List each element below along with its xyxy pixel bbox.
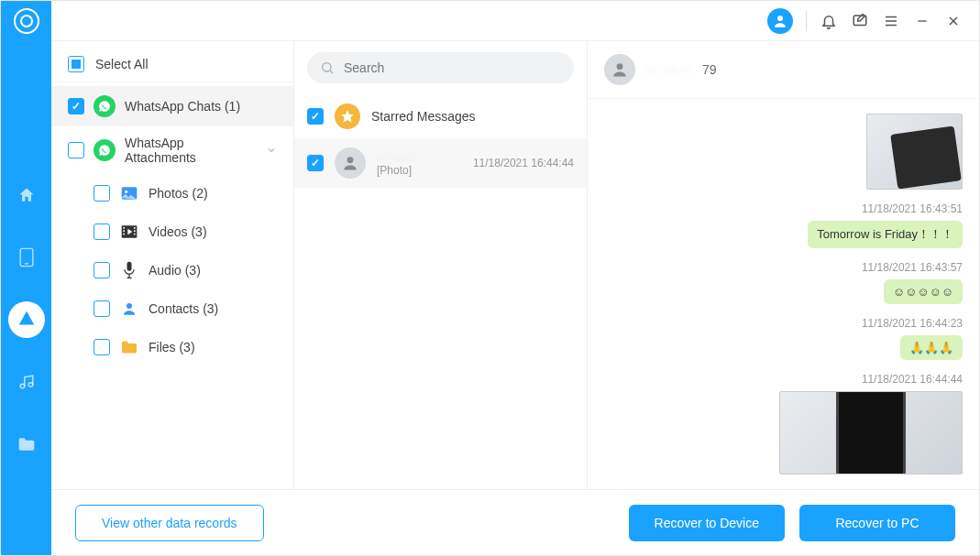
- whatsapp-attachments-checkbox[interactable]: [68, 142, 84, 158]
- left-nav-rail: [1, 1, 51, 555]
- chat-bubble: 🙏🙏🙏: [900, 335, 963, 360]
- select-all-row[interactable]: Select All: [51, 47, 293, 82]
- sidebar-item-audio[interactable]: Audio (3): [51, 251, 293, 289]
- sidebar-item-photos[interactable]: Photos (2): [51, 174, 293, 213]
- svg-rect-17: [123, 234, 125, 235]
- content-body: Select All WhatsApp Chats (1): [51, 41, 979, 489]
- whatsapp-chats-label: WhatsApp Chats (1): [125, 99, 240, 114]
- files-folder-icon: [119, 337, 139, 357]
- photos-label: Photos (2): [149, 186, 208, 201]
- conversation-timestamp: 11/18/2021 16:44:44: [473, 157, 574, 169]
- svg-rect-22: [127, 262, 132, 271]
- chat-panel: ··· ···· ·· 79 11/18/2021 16:43:51 Tomor…: [588, 41, 979, 489]
- message-timestamp: 11/18/2021 16:43:51: [862, 202, 963, 215]
- svg-rect-15: [123, 227, 125, 229]
- svg-rect-18: [134, 227, 136, 229]
- chat-image-thumbnail[interactable]: [866, 114, 963, 190]
- view-other-records-button[interactable]: View other data records: [75, 505, 264, 541]
- app-logo-icon: [14, 8, 39, 34]
- sidebar-item-files[interactable]: Files (3): [51, 328, 293, 366]
- svg-rect-16: [123, 230, 125, 232]
- list-item-starred[interactable]: Starred Messages: [294, 94, 587, 138]
- sidebar-item-videos[interactable]: Videos (3): [51, 213, 293, 251]
- audio-label: Audio (3): [149, 263, 201, 278]
- svg-point-27: [347, 157, 354, 163]
- device-icon[interactable]: [8, 239, 45, 276]
- account-icon[interactable]: [767, 8, 793, 34]
- chat-header: ··· ···· ·· 79: [588, 41, 979, 99]
- message-timestamp: 11/18/2021 16:44:23: [862, 317, 963, 330]
- conversation-preview: [Photo]: [377, 164, 462, 177]
- recover-to-device-button[interactable]: Recover to Device: [629, 505, 785, 541]
- menu-icon[interactable]: [882, 12, 900, 30]
- svg-point-13: [125, 191, 127, 193]
- message-timestamp: 11/18/2021 16:43:57: [862, 261, 963, 274]
- search-input[interactable]: [344, 60, 561, 75]
- svg-rect-20: [134, 234, 136, 235]
- svg-rect-19: [134, 230, 136, 232]
- starred-checkbox[interactable]: [307, 108, 324, 125]
- chat-image-thumbnail[interactable]: [779, 391, 963, 474]
- sidebar-item-whatsapp-attachments[interactable]: WhatsApp Attachments: [51, 126, 293, 174]
- folder-icon[interactable]: [8, 426, 45, 463]
- svg-point-28: [617, 63, 623, 70]
- music-icon[interactable]: [8, 364, 45, 400]
- sidebar-item-whatsapp-chats[interactable]: WhatsApp Chats (1): [51, 86, 293, 126]
- files-label: Files (3): [149, 340, 195, 354]
- title-bar: [51, 1, 979, 41]
- search-icon: [320, 60, 335, 75]
- whatsapp-icon: [94, 139, 116, 161]
- sidebar-item-contacts[interactable]: Contacts (3): [51, 289, 293, 328]
- avatar-icon: [335, 147, 366, 179]
- photos-checkbox[interactable]: [94, 185, 110, 202]
- category-tree: WhatsApp Chats (1) WhatsApp Attachments: [51, 82, 293, 370]
- message-list: Starred Messages ··· ···· ·· [Photo] 11/…: [294, 94, 587, 489]
- search-box[interactable]: [307, 52, 574, 83]
- svg-point-3: [28, 383, 33, 387]
- feedback-icon[interactable]: [851, 12, 869, 30]
- recover-to-pc-button[interactable]: Recover to PC: [799, 505, 955, 541]
- chat-bubble: Tomorrow is Friday！！！: [808, 221, 963, 248]
- close-icon[interactable]: [944, 12, 963, 30]
- contacts-label: Contacts (3): [149, 301, 218, 316]
- conversation-checkbox[interactable]: [307, 155, 324, 171]
- home-icon[interactable]: [8, 177, 45, 213]
- category-sidebar: Select All WhatsApp Chats (1): [51, 41, 294, 489]
- message-timestamp: 11/18/2021 16:44:44: [862, 373, 963, 386]
- videos-icon: [119, 222, 139, 242]
- chat-header-suffix: 79: [702, 62, 717, 77]
- select-all-checkbox[interactable]: [68, 56, 84, 72]
- svg-point-4: [777, 16, 783, 21]
- select-all-label: Select All: [95, 57, 149, 71]
- bell-icon[interactable]: [820, 12, 838, 30]
- conversation-name: ··· ···· ··: [377, 149, 462, 164]
- whatsapp-chats-checkbox[interactable]: [68, 98, 84, 114]
- contacts-checkbox[interactable]: [94, 300, 110, 317]
- files-checkbox[interactable]: [94, 339, 110, 355]
- chat-messages: 11/18/2021 16:43:51 Tomorrow is Friday！！…: [588, 99, 979, 489]
- app-window: Select All WhatsApp Chats (1): [0, 0, 980, 556]
- cloud-icon[interactable]: [8, 301, 45, 338]
- photos-icon: [119, 183, 139, 203]
- svg-point-24: [323, 63, 331, 71]
- videos-checkbox[interactable]: [94, 223, 110, 240]
- whatsapp-attachments-label: WhatsApp Attachments: [125, 136, 257, 165]
- starred-label: Starred Messages: [371, 109, 574, 124]
- contacts-icon: [119, 299, 139, 319]
- search-row: [294, 41, 587, 94]
- main-area: Select All WhatsApp Chats (1): [51, 1, 979, 555]
- minimize-icon[interactable]: [913, 12, 931, 30]
- chat-header-name: ··· ···· ··: [646, 61, 691, 78]
- whatsapp-icon: [94, 95, 116, 117]
- chat-avatar-icon: [604, 54, 635, 85]
- chat-bubble: ☺☺☺☺☺: [884, 279, 963, 304]
- star-icon: [335, 104, 360, 129]
- svg-point-23: [127, 303, 132, 309]
- microphone-icon: [119, 260, 139, 280]
- svg-marker-26: [341, 110, 353, 122]
- chevron-down-icon: [266, 145, 277, 156]
- list-item-conversation[interactable]: ··· ···· ·· [Photo] 11/18/2021 16:44:44: [294, 138, 587, 188]
- audio-checkbox[interactable]: [94, 262, 110, 278]
- footer-bar: View other data records Recover to Devic…: [51, 489, 979, 555]
- svg-point-2: [20, 384, 25, 388]
